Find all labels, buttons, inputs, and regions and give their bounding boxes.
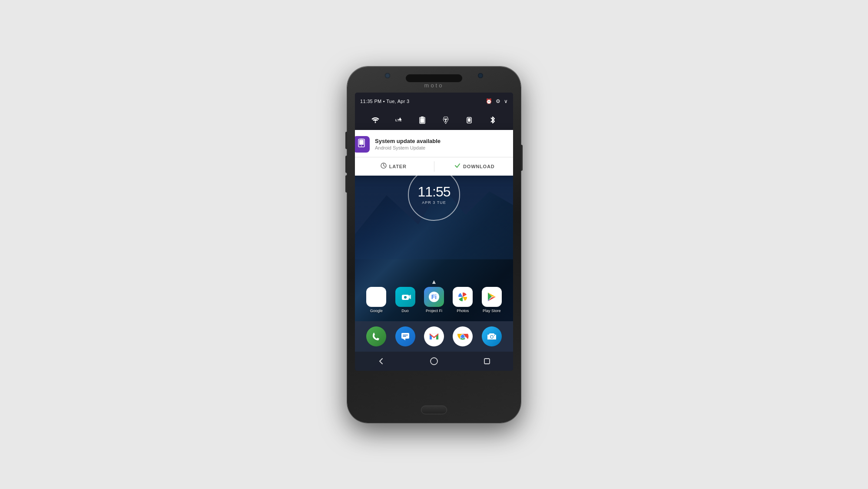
home-button[interactable] [430,357,438,365]
status-icons: ⏰ ⚙ ∨ [486,98,508,104]
app-dock [355,321,513,352]
wifi-quick-icon[interactable] [369,114,381,126]
notification-actions: LATER DOWNLOAD [355,157,513,176]
quick-settings-bar: LTE [355,110,513,130]
play-store-icon [482,287,502,307]
duo-icon [395,287,415,307]
app-play-store[interactable]: Play Store [480,287,504,313]
google-icon [366,287,386,307]
project-fi-label: Project Fi [426,309,442,313]
later-icon [381,163,387,170]
svg-rect-14 [360,139,363,140]
front-camera-icon [384,73,391,79]
duo-label: Duo [401,309,409,313]
up-arrow-icon[interactable]: ▲ [362,278,506,285]
svg-rect-21 [401,333,409,339]
app-row-main: Google Duo [362,287,506,313]
speaker-bar [406,74,462,82]
notification-title: System update available [375,138,513,144]
clock-widget: 11:55 APR 3 TUE [408,169,460,221]
dock-messages[interactable] [393,326,417,346]
svg-point-33 [431,358,437,365]
notification-app-icon [355,136,370,153]
expand-icon[interactable]: ∨ [504,98,508,104]
google-label: Google [370,309,383,313]
svg-point-13 [361,146,362,146]
app-project-fi[interactable]: Fi Project Fi [422,287,446,313]
download-action-button[interactable]: DOWNLOAD [434,163,514,170]
chrome-app-icon [453,326,473,346]
status-bar: 11:35 PM • Tue, Apr 3 ⏰ ⚙ ∨ [355,93,513,110]
settings-icon[interactable]: ⚙ [496,98,500,104]
svg-rect-10 [468,118,470,122]
svg-point-29 [461,335,464,338]
clock-date: APR 3 TUE [422,200,446,205]
download-check-icon [454,163,461,170]
app-grid: ▲ Google [355,278,513,321]
notification-subtitle: Android System Update [375,145,513,150]
phone-screen: 11:35 PM • Tue, Apr 3 ⏰ ⚙ ∨ [355,93,513,371]
svg-rect-4 [421,116,424,118]
dock-chrome[interactable] [451,326,475,346]
svg-rect-23 [403,335,408,336]
status-time: 11:35 PM • Tue, Apr 3 [360,99,410,104]
clock-time: 11:55 [417,185,450,199]
svg-point-32 [494,335,495,336]
phone-body: moto 11:35 PM • Tue, Apr 3 ⏰ ⚙ ∨ [347,67,521,423]
photos-icon [453,287,473,307]
battery-quick-icon[interactable] [416,114,428,126]
svg-rect-8 [444,119,447,120]
alarm-icon: ⏰ [486,98,492,104]
app-photos[interactable]: Photos [451,287,475,313]
phone-app-icon [366,326,386,346]
notification-header: System update available Android System U… [355,136,513,157]
camera-app-icon [482,326,502,346]
dock-gmail[interactable] [422,326,446,346]
notification-text: System update available Android System U… [375,138,513,150]
download-label: DOWNLOAD [463,164,494,169]
brand-logo: moto [424,82,444,89]
svg-text:LTE: LTE [395,118,402,122]
gmail-app-icon [424,326,444,346]
later-action-button[interactable]: LATER [355,163,434,170]
svg-marker-17 [409,295,411,299]
clock-circle: 11:55 APR 3 TUE [408,169,460,221]
navigation-bar [355,352,513,371]
notification-card: System update available Android System U… [355,130,513,176]
screen-rotate-icon[interactable] [463,114,475,126]
svg-rect-34 [484,359,490,364]
svg-point-18 [404,296,407,299]
bluetooth-quick-icon[interactable] [487,114,499,126]
lte-quick-icon[interactable]: LTE [393,114,405,126]
app-duo[interactable]: Duo [393,287,417,313]
messages-app-icon [395,326,415,346]
phone-device: moto 11:35 PM • Tue, Apr 3 ⏰ ⚙ ∨ [347,67,521,423]
svg-rect-24 [403,336,406,337]
notification-icon [357,138,366,150]
dock-camera[interactable] [480,326,504,346]
dock-phone[interactable] [364,326,388,346]
later-label: LATER [389,164,407,169]
project-fi-icon: Fi [424,287,444,307]
play-store-label: Play Store [483,309,501,313]
svg-marker-22 [403,339,405,340]
app-google[interactable]: Google [364,287,388,313]
svg-text:Fi: Fi [431,293,437,300]
fingerprint-sensor[interactable] [421,406,447,414]
photos-label: Photos [457,309,469,313]
svg-rect-5 [421,118,424,123]
sensor-icon [477,73,484,79]
svg-point-0 [375,122,376,123]
flashlight-quick-icon[interactable] [440,114,452,126]
recents-button[interactable] [484,358,490,365]
svg-point-31 [490,336,493,338]
svg-rect-12 [359,140,364,145]
back-button[interactable] [378,358,384,365]
